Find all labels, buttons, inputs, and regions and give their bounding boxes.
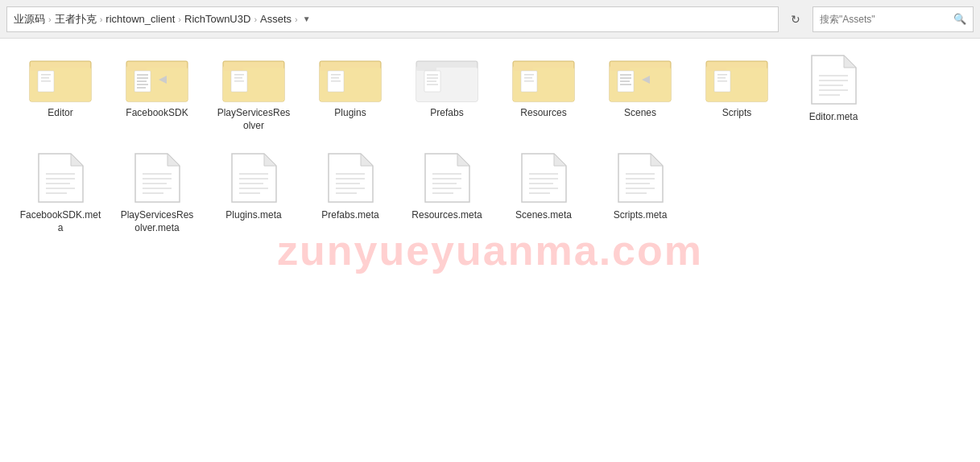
svg-rect-6 bbox=[41, 80, 51, 82]
svg-rect-2 bbox=[30, 66, 50, 71]
list-item[interactable]: FacebookSDK.meta bbox=[16, 145, 105, 239]
svg-rect-29 bbox=[331, 77, 339, 79]
list-item[interactable]: PlayServicesRes olver.meta bbox=[113, 145, 201, 239]
breadcrumb-sep-1: › bbox=[48, 14, 52, 24]
svg-marker-91 bbox=[361, 154, 373, 166]
meta-row: FacebookSDK.meta PlayServicesRes olver. bbox=[16, 145, 964, 239]
svg-rect-23 bbox=[234, 80, 244, 82]
content-area: zunyueyuanma.com Edito bbox=[0, 39, 980, 462]
list-item[interactable]: Prefabs.meta bbox=[306, 145, 395, 239]
folder-icon bbox=[221, 52, 286, 104]
svg-rect-9 bbox=[126, 66, 147, 71]
search-icon[interactable]: 🔍 bbox=[953, 13, 966, 25]
breadcrumb-sep-3: › bbox=[178, 14, 181, 24]
file-item-label: PlayServicesRes olver.meta bbox=[116, 209, 198, 234]
svg-rect-60 bbox=[717, 77, 726, 79]
svg-marker-105 bbox=[554, 154, 566, 166]
list-item[interactable]: Scripts.meta bbox=[596, 145, 684, 239]
meta-file-icon bbox=[808, 52, 860, 108]
list-item[interactable]: Editor bbox=[16, 47, 105, 137]
svg-rect-45 bbox=[524, 80, 534, 82]
folder-icon bbox=[125, 52, 189, 104]
file-item-label: Scenes.meta bbox=[515, 209, 572, 222]
svg-rect-26 bbox=[320, 66, 340, 71]
breadcrumb-item-3[interactable]: richtown_client bbox=[105, 13, 175, 25]
file-item-label: Resources.meta bbox=[411, 209, 482, 222]
svg-marker-84 bbox=[264, 154, 276, 166]
svg-marker-77 bbox=[167, 154, 180, 166]
svg-marker-98 bbox=[457, 154, 469, 166]
list-item[interactable]: Plugins bbox=[306, 47, 395, 137]
folder-icon bbox=[28, 52, 93, 104]
svg-rect-30 bbox=[331, 80, 341, 82]
file-grid: zunyueyuanma.com Edito bbox=[0, 39, 980, 462]
breadcrumb[interactable]: 业源码 › 王者扑克 › richtown_client › RichTownU… bbox=[6, 6, 779, 32]
file-item-label: PlayServicesRes olver bbox=[213, 107, 295, 132]
list-item[interactable]: Scenes.meta bbox=[499, 145, 588, 239]
file-item-label: Resources bbox=[520, 107, 566, 120]
meta-file-icon bbox=[228, 150, 280, 206]
breadcrumb-sep-5: › bbox=[295, 14, 298, 24]
svg-rect-28 bbox=[331, 74, 341, 76]
list-item[interactable]: Editor.meta bbox=[789, 47, 878, 137]
file-item-label: Scripts.meta bbox=[614, 209, 668, 222]
breadcrumb-item-2[interactable]: 王者扑克 bbox=[55, 12, 97, 27]
breadcrumb-dropdown-icon[interactable]: ▼ bbox=[303, 14, 311, 23]
refresh-button[interactable]: ↻ bbox=[784, 6, 808, 32]
svg-rect-41 bbox=[513, 66, 533, 71]
folder-icon bbox=[318, 52, 382, 104]
svg-rect-21 bbox=[234, 74, 244, 76]
file-item-label: FacebookSDK.meta bbox=[19, 209, 101, 234]
list-item[interactable]: Scripts bbox=[693, 47, 781, 137]
list-item[interactable]: Resources.meta bbox=[403, 145, 491, 239]
breadcrumb-item-4[interactable]: RichTownU3D bbox=[184, 13, 250, 25]
address-bar: 业源码 › 王者扑克 › richtown_client › RichTownU… bbox=[0, 0, 980, 39]
list-item[interactable]: Plugins.meta bbox=[209, 145, 298, 239]
svg-marker-70 bbox=[71, 154, 83, 166]
folder-icon bbox=[608, 52, 672, 104]
file-item-label: Plugins.meta bbox=[225, 209, 281, 222]
breadcrumb-item-5[interactable]: Assets bbox=[260, 13, 292, 25]
svg-rect-44 bbox=[524, 77, 532, 79]
meta-file-icon bbox=[35, 150, 87, 206]
svg-rect-5 bbox=[41, 77, 49, 79]
breadcrumb-sep-2: › bbox=[100, 14, 103, 24]
svg-rect-4 bbox=[41, 74, 51, 76]
svg-rect-61 bbox=[717, 80, 727, 82]
file-item-label: FacebookSDK bbox=[126, 107, 188, 120]
breadcrumb-item-1[interactable]: 业源码 bbox=[14, 12, 45, 27]
meta-file-icon bbox=[131, 150, 184, 206]
svg-rect-59 bbox=[717, 74, 727, 76]
meta-file-icon bbox=[614, 150, 667, 206]
svg-rect-33 bbox=[416, 66, 436, 71]
svg-rect-22 bbox=[234, 77, 242, 79]
file-item-label: Editor.meta bbox=[809, 111, 858, 124]
svg-marker-63 bbox=[844, 56, 856, 68]
folder-icon bbox=[415, 52, 479, 104]
file-item-label: Prefabs bbox=[430, 107, 463, 120]
folder-icon bbox=[705, 52, 769, 104]
list-item[interactable]: FacebookSDK bbox=[113, 47, 201, 137]
file-item-label: Plugins bbox=[334, 107, 366, 120]
list-item[interactable]: Scenes bbox=[596, 47, 684, 137]
meta-file-icon bbox=[518, 150, 570, 206]
svg-rect-19 bbox=[223, 66, 243, 71]
file-item-label: Prefabs.meta bbox=[321, 209, 378, 222]
file-item-label: Scripts bbox=[722, 107, 752, 120]
list-item[interactable]: Resources bbox=[499, 47, 588, 137]
folder-row: Editor bbox=[16, 47, 964, 137]
search-input[interactable] bbox=[820, 14, 950, 25]
svg-marker-112 bbox=[651, 154, 663, 166]
svg-rect-57 bbox=[706, 66, 726, 71]
list-item[interactable]: Prefabs bbox=[403, 47, 491, 137]
meta-file-icon bbox=[325, 150, 377, 206]
svg-rect-43 bbox=[524, 74, 534, 76]
file-item-label: Editor bbox=[48, 107, 72, 120]
meta-file-icon bbox=[421, 150, 473, 206]
file-item-label: Scenes bbox=[624, 107, 656, 120]
list-item[interactable]: PlayServicesRes olver bbox=[209, 47, 298, 137]
breadcrumb-sep-4: › bbox=[254, 14, 257, 24]
search-box: 🔍 bbox=[813, 6, 974, 32]
svg-rect-48 bbox=[610, 66, 630, 71]
folder-icon bbox=[511, 52, 576, 104]
